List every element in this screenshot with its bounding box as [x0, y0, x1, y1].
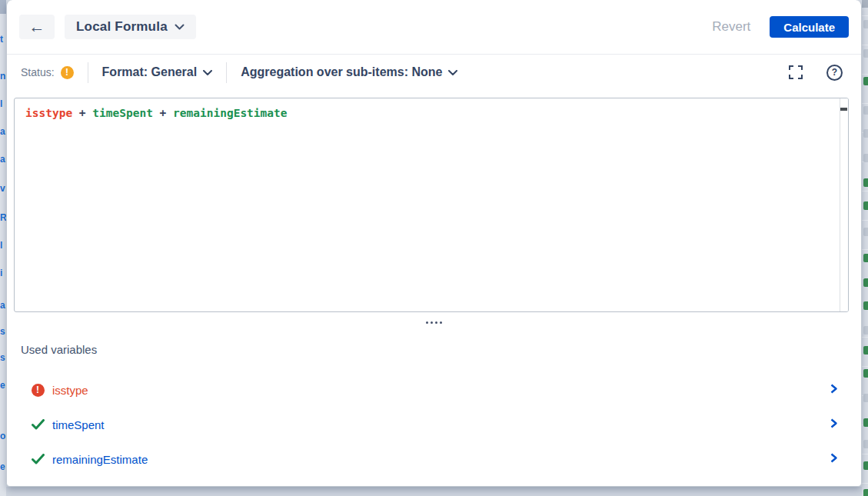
formula-editor-panel: ← Local Formula Revert Calculate Status:… — [6, 0, 862, 487]
background-header-corner — [862, 0, 868, 8]
variable-row[interactable]: !isstype — [7, 380, 861, 400]
panel-header: ← Local Formula Revert Calculate — [7, 0, 861, 55]
aggregation-label: Aggregation over sub-items: None — [241, 65, 442, 79]
format-dropdown[interactable]: Format: General — [102, 65, 213, 79]
background-text-fragment: t — [0, 34, 6, 45]
background-bottom-strip — [6, 487, 862, 496]
format-label: Format: General — [102, 65, 198, 79]
background-row-line — [862, 366, 868, 367]
background-status-chip — [863, 369, 868, 378]
background-status-chip — [863, 154, 868, 162]
background-row-line — [862, 337, 868, 338]
background-text-fragment: a — [0, 300, 6, 311]
formula-token-field: timeSpent — [92, 107, 153, 119]
background-status-chip — [863, 178, 868, 187]
background-header-corner — [0, 0, 6, 14]
formula-token-field: remainingEstimate — [173, 107, 287, 119]
background-right-rail — [862, 0, 868, 496]
chevron-right-icon[interactable] — [830, 418, 838, 431]
aggregation-dropdown[interactable]: Aggregation over sub-items: None — [241, 65, 457, 79]
background-text-fragment: e — [0, 380, 6, 391]
background-text-fragment: e — [0, 461, 6, 472]
editor-resize-handle[interactable] — [7, 312, 861, 332]
background-status-chip — [863, 278, 868, 287]
background-status-chip — [863, 489, 868, 496]
toolbar-divider — [88, 62, 88, 83]
background-text-fragment: a — [0, 154, 6, 165]
background-row-line — [862, 191, 868, 191]
background-status-chip — [863, 440, 868, 448]
background-status-chip — [863, 461, 868, 470]
background-text-fragment: i — [0, 268, 6, 278]
formula-token-op: + — [153, 107, 173, 119]
chevron-down-icon — [203, 65, 212, 79]
formula-token-op: + — [72, 107, 92, 119]
variable-row[interactable]: remainingEstimate — [7, 449, 861, 469]
back-button[interactable]: ← — [19, 15, 55, 39]
calculate-button[interactable]: Calculate — [770, 16, 849, 38]
background-status-chip — [863, 254, 868, 262]
background-left-rail: tnlaavRliasseoe — [0, 0, 6, 496]
background-status-chip — [863, 20, 868, 28]
background-row-line — [862, 45, 868, 45]
toolbar-divider — [226, 62, 227, 83]
formula-token-error: isstype — [25, 107, 72, 119]
revert-button[interactable]: Revert — [712, 19, 750, 35]
editor-toolbar: Status: ! Format: General Aggregation ov… — [7, 55, 861, 90]
background-text-fragment: s — [0, 352, 6, 363]
variable-row[interactable]: timeSpent — [7, 414, 861, 434]
chevron-down-icon — [448, 65, 457, 79]
background-status-chip — [863, 106, 868, 115]
background-status-chip — [863, 418, 868, 427]
help-icon[interactable]: ? — [826, 65, 843, 81]
background-text-fragment: a — [0, 126, 6, 137]
error-icon: ! — [31, 384, 45, 397]
used-variables-list: !isstypetimeSpentremainingEstimate — [7, 380, 861, 469]
status-warning-icon[interactable]: ! — [61, 66, 74, 79]
background-status-chip — [863, 301, 868, 310]
background-status-chip — [863, 394, 868, 402]
editor-scrollbar-thumb[interactable] — [840, 108, 847, 111]
background-text-fragment: l — [0, 98, 6, 109]
background-text-fragment: l — [0, 240, 6, 251]
background-status-chip — [863, 228, 868, 236]
panel-title: Local Formula — [76, 19, 168, 35]
background-text-fragment: R — [0, 212, 6, 223]
background-status-chip — [863, 77, 868, 85]
editor-scrollbar[interactable] — [840, 98, 848, 311]
background-row-line — [862, 249, 868, 250]
background-row-line — [862, 103, 868, 104]
background-text-fragment: s — [0, 326, 6, 337]
status-label: Status: — [21, 66, 55, 78]
background-text-fragment: n — [0, 71, 6, 82]
background-row-line — [862, 74, 868, 75]
formula-code-line: isstype + timeSpent + remainingEstimate — [15, 98, 848, 128]
chevron-down-icon — [175, 20, 185, 34]
background-row-line — [862, 454, 868, 454]
check-icon — [31, 419, 45, 430]
chevron-right-icon[interactable] — [830, 383, 838, 397]
variable-name[interactable]: timeSpent — [52, 418, 105, 431]
background-status-chip — [863, 129, 868, 138]
background-text-fragment: o — [0, 431, 6, 441]
formula-title-dropdown[interactable]: Local Formula — [65, 15, 196, 39]
variable-name[interactable]: remainingEstimate — [52, 453, 148, 466]
chevron-right-icon[interactable] — [830, 452, 838, 466]
variable-name[interactable]: isstype — [52, 384, 88, 397]
formula-code-editor[interactable]: isstype + timeSpent + remainingEstimate — [14, 98, 849, 312]
background-row-line — [862, 220, 868, 221]
used-variables-title: Used variables — [21, 343, 861, 356]
background-status-chip — [863, 201, 868, 210]
background-status-chip — [863, 346, 868, 355]
background-row-line — [862, 15, 868, 16]
check-icon — [31, 454, 45, 464]
fullscreen-icon[interactable] — [787, 64, 804, 81]
background-status-chip — [863, 49, 868, 58]
background-status-chip — [863, 326, 868, 335]
background-row-line — [862, 483, 868, 484]
background-text-fragment: v — [0, 183, 6, 194]
